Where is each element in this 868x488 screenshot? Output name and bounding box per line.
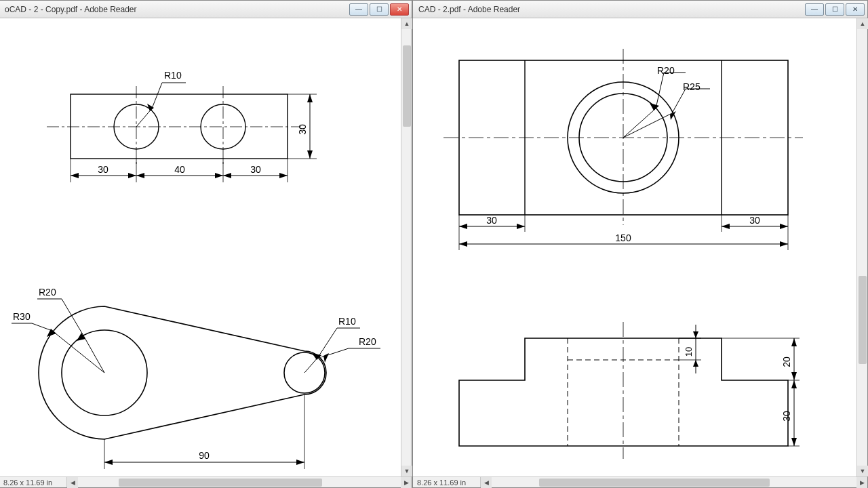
dim-30a: 30 [98,164,108,175]
document-area-left: R10 30 30 40 [0,18,401,476]
dim-30c: 30 [486,215,497,226]
svg-marker-25 [279,173,288,178]
titlebar-right: CAD - 2.pdf - Adobe Reader — ☐ ✕ [413,1,867,18]
page-size-status: 8.26 x 11.69 in [0,477,67,487]
minimize-button[interactable]: — [349,3,368,16]
svg-marker-23 [215,173,223,178]
dim-r20c: R20 [657,65,675,76]
svg-marker-67 [517,224,525,229]
svg-marker-76 [459,241,467,247]
hscroll-thumb[interactable] [539,479,770,487]
svg-marker-66 [459,224,467,229]
svg-marker-47 [296,460,304,465]
svg-marker-71 [722,224,730,229]
svg-marker-21 [128,173,136,178]
svg-marker-85 [693,331,698,338]
hscroll-right: 8.26 x 11.69 in ◀ ▶ [413,476,867,487]
scroll-thumb[interactable] [859,276,867,364]
title-text-right: CAD - 2.pdf - Adobe Reader [418,5,805,14]
svg-marker-42 [323,353,329,363]
scroll-up-icon[interactable]: ▲ [401,18,412,29]
dim-30b: 30 [250,164,261,175]
svg-marker-22 [136,173,144,178]
svg-line-6 [136,108,152,127]
dim-10: 10 [684,347,694,357]
dim-40: 40 [174,164,185,175]
maximize-button[interactable]: ☐ [370,3,389,16]
svg-marker-95 [791,438,797,446]
dim-h30: 30 [297,124,308,135]
scroll-left-icon[interactable]: ◀ [67,477,78,488]
vscroll-right[interactable]: ▲ ▼ [856,18,867,476]
scroll-thumb[interactable] [403,45,411,127]
svg-line-28 [52,331,104,373]
dim-r25: R25 [683,81,701,92]
bottom-part-right: 10 20 30 [459,322,800,459]
hscroll-track[interactable] [492,477,856,487]
minimize-button[interactable]: — [805,3,824,16]
svg-marker-77 [780,241,788,247]
window-left: oCAD - 2 - Copy.pdf - Adobe Reader — ☐ ✕ [0,0,412,488]
svg-line-60 [672,89,686,113]
titlebar-left: oCAD - 2 - Copy.pdf - Adobe Reader — ☐ ✕ [0,1,412,18]
window-controls: — ☐ ✕ [349,3,409,16]
svg-marker-24 [223,173,231,178]
svg-marker-14 [307,150,313,159]
svg-line-32 [83,336,104,373]
close-button[interactable]: ✕ [390,3,409,16]
svg-line-59 [623,113,672,138]
scroll-right-icon[interactable]: ▶ [856,477,867,488]
svg-line-7 [152,83,162,108]
svg-marker-94 [791,380,797,388]
cad-drawings-right: R20 R25 30 30 [413,18,856,476]
top-part-right: R20 R25 30 30 [443,49,803,250]
svg-line-29 [32,323,52,331]
dim-r20b: R20 [359,336,376,347]
dim-150: 150 [615,232,631,243]
svg-line-56 [656,73,664,108]
scroll-right-icon[interactable]: ▶ [401,477,412,488]
svg-marker-91 [791,372,797,380]
scroll-down-icon[interactable]: ▼ [857,466,868,476]
close-button[interactable]: ✕ [846,3,865,16]
window-controls-right: — ☐ ✕ [805,3,865,16]
page-size-status-right: 8.26 x 11.69 in [413,477,481,487]
dim-20: 20 [781,357,792,367]
svg-marker-46 [104,460,113,465]
hscroll-left: 8.26 x 11.69 in ◀ ▶ [0,476,412,487]
document-area-right: R20 R25 30 30 [413,18,856,476]
dim-30e: 30 [781,411,792,422]
title-text: oCAD - 2 - Copy.pdf - Adobe Reader [5,5,349,14]
hscroll-thumb[interactable] [119,479,322,487]
scroll-left-icon[interactable]: ◀ [481,477,492,488]
maximize-button[interactable]: ☐ [825,3,844,16]
vscroll-left[interactable]: ▲ ▼ [401,18,412,476]
svg-marker-86 [693,360,698,367]
dim-90: 90 [199,450,210,461]
scroll-up-icon[interactable]: ▲ [857,18,868,29]
scroll-down-icon[interactable]: ▼ [401,466,412,476]
svg-marker-13 [307,94,313,102]
dim-r10b: R10 [338,316,356,327]
svg-line-33 [62,299,83,336]
dim-r30: R30 [13,311,31,322]
svg-line-36 [304,357,318,373]
dim-30d: 30 [749,215,760,226]
svg-line-55 [623,108,656,138]
svg-marker-20 [71,173,79,178]
dim-r20a: R20 [39,287,56,298]
hscroll-track[interactable] [78,477,401,487]
svg-marker-72 [780,224,788,229]
bottom-part: R30 R20 R10 R20 [12,287,380,469]
top-part: R10 30 30 40 [47,70,317,182]
window-right: CAD - 2.pdf - Adobe Reader — ☐ ✕ [412,0,868,488]
svg-rect-0 [71,94,288,159]
dim-r10: R10 [164,70,182,81]
svg-marker-90 [791,338,797,346]
cad-drawings-left: R10 30 30 40 [0,18,401,476]
